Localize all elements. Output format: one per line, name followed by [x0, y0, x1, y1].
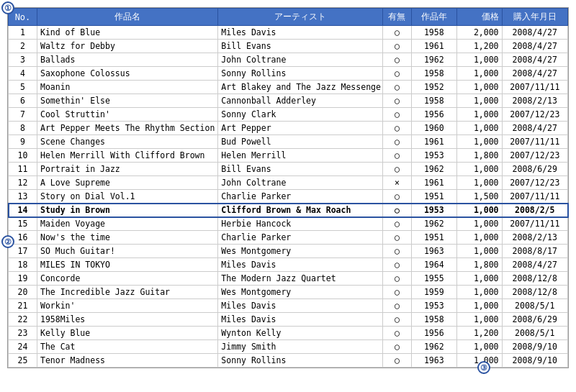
table-row[interactable]: 221958MilesMiles Davis○19581,0002008/6/2…	[9, 313, 568, 327]
cell-date: 2008/4/27	[502, 67, 567, 81]
cell-artist: Charlie Parker	[218, 231, 383, 245]
table-row[interactable]: 13Story on Dial Vol.1Charlie Parker○1951…	[9, 190, 568, 204]
cell-owned: ○	[382, 340, 411, 354]
cell-price: 1,000	[456, 176, 502, 190]
table-row[interactable]: 9Scene ChangesBud Powell○19611,0002007/1…	[9, 135, 568, 149]
header-date: 購入年月日	[502, 9, 567, 26]
cell-owned: ○	[382, 135, 411, 149]
cell-artist: Jimmy Smith	[218, 340, 383, 354]
table-row[interactable]: 11Portrait in JazzBill Evans○19621,00020…	[9, 163, 568, 176]
cell-no: 3	[9, 53, 37, 67]
cell-price: 1,000	[456, 204, 502, 217]
cell-year: 1960	[411, 122, 456, 135]
table-row[interactable]: 4Saxophone ColossusSonny Rollins○19581,0…	[9, 67, 568, 81]
cell-no: 24	[9, 340, 37, 354]
cell-artist: Bill Evans	[218, 40, 383, 53]
cell-owned: ○	[382, 163, 411, 176]
cell-artist: Miles Davis	[218, 313, 383, 327]
cell-artist: Bill Evans	[218, 163, 383, 176]
cell-owned: ○	[382, 231, 411, 245]
table-row[interactable]: 1Kind of BlueMiles Davis○19582,0002008/4…	[9, 26, 568, 40]
table-row[interactable]: 20The Incredible Jazz GuitarWes Montgome…	[9, 286, 568, 299]
cell-year: 1962	[411, 340, 456, 354]
table-row[interactable]: 6Somethin' ElseCannonball Adderley○19581…	[9, 94, 568, 108]
cell-year: 1961	[411, 176, 456, 190]
cell-price: 1,000	[456, 217, 502, 231]
cell-owned: ○	[382, 190, 411, 204]
cell-year: 1962	[411, 217, 456, 231]
cell-owned: ○	[382, 67, 411, 81]
table-row[interactable]: 21Workin'Miles Davis○19531,0002008/5/1	[9, 299, 568, 313]
callout-1: ①	[1, 1, 14, 14]
cell-date: 2008/2/5	[502, 204, 567, 217]
cell-title: Ballads	[37, 53, 217, 67]
cell-artist: The Modern Jazz Quartet	[218, 272, 383, 286]
table-row[interactable]: 12A Love SupremeJohn Coltrane×19611,0002…	[9, 176, 568, 190]
cell-date: 2008/9/10	[502, 354, 567, 368]
cell-no: 5	[9, 81, 37, 94]
cell-owned: ○	[382, 81, 411, 94]
cell-no: 10	[9, 149, 37, 163]
cell-date: 2007/11/11	[502, 135, 567, 149]
cell-owned: ○	[382, 108, 411, 122]
header-year: 作品年	[411, 9, 456, 26]
cell-title: SO Much Guitar!	[37, 245, 217, 258]
cell-year: 1953	[411, 204, 456, 217]
table-body: 1Kind of BlueMiles Davis○19582,0002008/4…	[9, 26, 568, 368]
table-row[interactable]: 19ConcordeThe Modern Jazz Quartet○19551,…	[9, 272, 568, 286]
cell-year: 1962	[411, 53, 456, 67]
cell-price: 1,000	[456, 122, 502, 135]
cell-no: 6	[9, 94, 37, 108]
cell-title: Helen Merrill With Clifford Brown	[37, 149, 217, 163]
cell-owned: ○	[382, 299, 411, 313]
cell-year: 1951	[411, 190, 456, 204]
cell-no: 19	[9, 272, 37, 286]
cell-title: Maiden Voyage	[37, 217, 217, 231]
cell-title: Story on Dial Vol.1	[37, 190, 217, 204]
cell-artist: Sonny Rollins	[218, 67, 383, 81]
table-row[interactable]: 18MILES IN TOKYOMiles Davis○19641,800200…	[9, 258, 568, 272]
cell-price: 1,000	[456, 108, 502, 122]
cell-date: 2008/8/17	[502, 245, 567, 258]
table-row[interactable]: 17SO Much Guitar!Wes Montgomery○19631,00…	[9, 245, 568, 258]
cell-artist: Cannonball Adderley	[218, 94, 383, 108]
table-row[interactable]: 24The CatJimmy Smith○19621,0002008/9/10	[9, 340, 568, 354]
cell-year: 1961	[411, 135, 456, 149]
cell-year: 1958	[411, 313, 456, 327]
cell-no: 2	[9, 40, 37, 53]
cell-date: 2008/4/27	[502, 258, 567, 272]
cell-year: 1953	[411, 149, 456, 163]
table-row[interactable]: 2Waltz for DebbyBill Evans○19611,2002008…	[9, 40, 568, 53]
cell-artist: Helen Merrill	[218, 149, 383, 163]
table-row[interactable]: 10Helen Merrill With Clifford BrownHelen…	[9, 149, 568, 163]
cell-price: 1,000	[456, 81, 502, 94]
cell-date: 2008/12/8	[502, 286, 567, 299]
cell-owned: ○	[382, 40, 411, 53]
cell-year: 1962	[411, 163, 456, 176]
cell-price: 1,500	[456, 190, 502, 204]
table-row[interactable]: 23Kelly BlueWynton Kelly○19561,2002008/5…	[9, 327, 568, 340]
table-row[interactable]: 7Cool Struttin'Sonny Clark○19561,0002007…	[9, 108, 568, 122]
cell-title: Moanin	[37, 81, 217, 94]
cell-owned: ×	[382, 176, 411, 190]
table-row[interactable]: 16Now's the timeCharlie Parker○19511,000…	[9, 231, 568, 245]
table-row[interactable]: 8Art Pepper Meets The Rhythm SectionArt …	[9, 122, 568, 135]
cell-artist: Sonny Rollins	[218, 354, 383, 368]
table-row[interactable]: 14Study in BrownClifford Brown & Max Roa…	[9, 204, 568, 217]
cell-price: 1,000	[456, 286, 502, 299]
table-row[interactable]: 15Maiden VoyageHerbie Hancock○19621,0002…	[9, 217, 568, 231]
table-row[interactable]: 5MoaninArt Blakey and The Jazz Messenger…	[9, 81, 568, 94]
table-row[interactable]: 3BalladsJohn Coltrane○19621,0002008/4/27	[9, 53, 568, 67]
cell-date: 2007/12/23	[502, 149, 567, 163]
cell-artist: Bud Powell	[218, 135, 383, 149]
cell-no: 1	[9, 26, 37, 40]
cell-no: 11	[9, 163, 37, 176]
cell-title: The Cat	[37, 340, 217, 354]
cell-no: 25	[9, 354, 37, 368]
cell-price: 1,800	[456, 258, 502, 272]
cell-owned: ○	[382, 26, 411, 40]
jazz-table: No. 作品名 アーティスト 有無 作品年 価格 購入年月日 1Kind of …	[8, 8, 568, 368]
cell-year: 1958	[411, 26, 456, 40]
cell-year: 1958	[411, 94, 456, 108]
cell-no: 15	[9, 217, 37, 231]
